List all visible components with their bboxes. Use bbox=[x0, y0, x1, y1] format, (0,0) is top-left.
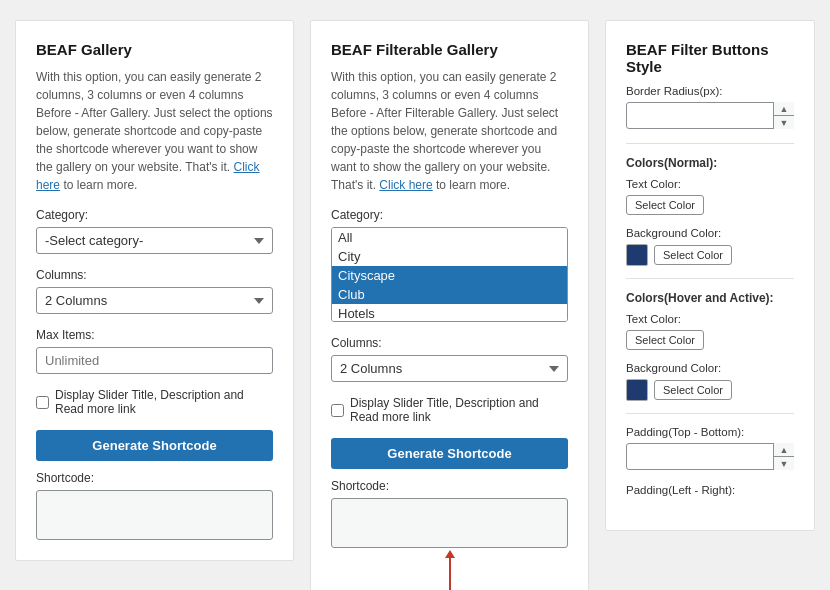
panel1-checkbox-row: Display Slider Title, Description and Re… bbox=[36, 388, 273, 416]
panel3-hover-bg-color-label: Background Color: bbox=[626, 362, 794, 374]
panel3-hover-text-color-row: Select Color bbox=[626, 330, 794, 350]
divider2 bbox=[626, 278, 794, 279]
panel3-hover-text-color-group: Text Color: Select Color bbox=[626, 313, 794, 350]
pro-feature-annotation bbox=[331, 548, 568, 590]
panel3-colors-hover-title: Colors(Hover and Active): bbox=[626, 291, 794, 305]
panel1-checkbox-label: Display Slider Title, Description and Re… bbox=[55, 388, 273, 416]
panel3-text-color-row: Select Color bbox=[626, 195, 794, 215]
panel1-shortcode-label: Shortcode: bbox=[36, 471, 273, 485]
panel1-maxitems-group: Max Items: bbox=[36, 328, 273, 374]
panel1-category-label: Category: bbox=[36, 208, 273, 222]
panel1-generate-btn[interactable]: Generate Shortcode bbox=[36, 430, 273, 461]
panel1-maxitems-input[interactable] bbox=[36, 347, 273, 374]
panel1-display-checkbox[interactable] bbox=[36, 396, 49, 409]
panel1-columns-label: Columns: bbox=[36, 268, 273, 282]
panel3-text-color-group: Text Color: Select Color bbox=[626, 178, 794, 215]
panel3-hover-text-color-label: Text Color: bbox=[626, 313, 794, 325]
panel3-hover-bg-color-group: Background Color: Select Color bbox=[626, 362, 794, 401]
pro-feature-arrow-svg bbox=[350, 548, 550, 590]
panel3-padding-tb-group: Padding(Top - Bottom): ▲ ▼ bbox=[626, 426, 794, 470]
panel3-padding-tb-spin-up[interactable]: ▲ bbox=[774, 443, 794, 457]
panel3-padding-tb-label: Padding(Top - Bottom): bbox=[626, 426, 794, 438]
panel3-border-radius-input[interactable] bbox=[626, 102, 794, 129]
panel3-hover-bg-color-row: Select Color bbox=[626, 379, 794, 401]
panel2-category-listbox[interactable]: All City Cityscape Club Hotels bbox=[331, 227, 568, 322]
beaf-filterable-panel: BEAF Filterable Gallery With this option… bbox=[310, 20, 589, 590]
panel1-columns-group: Columns: 2 Columns 3 Columns 4 Columns bbox=[36, 268, 273, 314]
beaf-gallery-panel: BEAF Gallery With this option, you can e… bbox=[15, 20, 294, 561]
panel3-padding-tb-spin-down[interactable]: ▼ bbox=[774, 457, 794, 470]
panel2-generate-btn[interactable]: Generate Shortcode bbox=[331, 438, 568, 469]
panel2-checkbox-label: Display Slider Title, Description and Re… bbox=[350, 396, 568, 424]
main-container: BEAF Gallery With this option, you can e… bbox=[15, 20, 815, 590]
panel3-padding-lr-group: Padding(Left - Right): bbox=[626, 484, 794, 496]
divider3 bbox=[626, 413, 794, 414]
panel1-category-select[interactable]: -Select category- bbox=[36, 227, 273, 254]
panel3-bg-color-row: Select Color bbox=[626, 244, 794, 266]
panel3-text-color-label: Text Color: bbox=[626, 178, 794, 190]
panel3-border-radius-label: Border Radius(px): bbox=[626, 85, 794, 97]
panel3-padding-tb-spin: ▲ ▼ bbox=[773, 443, 794, 470]
panel3-spin-buttons: ▲ ▼ bbox=[773, 102, 794, 129]
panel3-hover-text-color-btn[interactable]: Select Color bbox=[626, 330, 704, 350]
panel3-text-color-btn[interactable]: Select Color bbox=[626, 195, 704, 215]
panel2-columns-select[interactable]: 2 Columns 3 Columns 4 Columns bbox=[331, 355, 568, 382]
panel2-shortcode-label: Shortcode: bbox=[331, 479, 568, 493]
svg-marker-1 bbox=[445, 550, 455, 558]
panel3-colors-normal-title: Colors(Normal): bbox=[626, 156, 794, 170]
panel2-shortcode-box bbox=[331, 498, 568, 548]
panel3-padding-tb-wrap: ▲ ▼ bbox=[626, 443, 794, 470]
panel3-bg-color-btn[interactable]: Select Color bbox=[654, 245, 732, 265]
divider1 bbox=[626, 143, 794, 144]
list-item[interactable]: All bbox=[332, 228, 567, 247]
panel1-columns-select[interactable]: 2 Columns 3 Columns 4 Columns bbox=[36, 287, 273, 314]
panel3-bg-color-swatch bbox=[626, 244, 648, 266]
panel2-checkbox-row: Display Slider Title, Description and Re… bbox=[331, 396, 568, 424]
panel3-hover-bg-color-btn[interactable]: Select Color bbox=[654, 380, 732, 400]
panel3-spin-down[interactable]: ▼ bbox=[774, 116, 794, 129]
panel2-description: With this option, you can easily generat… bbox=[331, 68, 568, 194]
panel3-border-radius-group: Border Radius(px): ▲ ▼ bbox=[626, 85, 794, 129]
panel2-display-checkbox[interactable] bbox=[331, 404, 344, 417]
panel1-shortcode-box bbox=[36, 490, 273, 540]
filter-buttons-style-panel: BEAF Filter Buttons Style Border Radius(… bbox=[605, 20, 815, 531]
panel1-maxitems-label: Max Items: bbox=[36, 328, 273, 342]
panel1-description: With this option, you can easily generat… bbox=[36, 68, 273, 194]
panel3-bg-color-label: Background Color: bbox=[626, 227, 794, 239]
panel3-border-radius-wrap: ▲ ▼ bbox=[626, 102, 794, 129]
panel3-padding-tb-input[interactable] bbox=[626, 443, 794, 470]
panel2-title: BEAF Filterable Gallery bbox=[331, 41, 568, 58]
panel2-columns-group: Columns: 2 Columns 3 Columns 4 Columns bbox=[331, 336, 568, 382]
list-item-cityscape[interactable]: Cityscape bbox=[332, 266, 567, 285]
list-item[interactable]: City bbox=[332, 247, 567, 266]
panel3-title: BEAF Filter Buttons Style bbox=[626, 41, 794, 75]
panel3-padding-lr-label: Padding(Left - Right): bbox=[626, 484, 794, 496]
panel2-category-label: Category: bbox=[331, 208, 568, 222]
list-item-club[interactable]: Club bbox=[332, 285, 567, 304]
panel3-bg-color-group: Background Color: Select Color bbox=[626, 227, 794, 266]
panel3-spin-up[interactable]: ▲ bbox=[774, 102, 794, 116]
panel2-learn-more-link[interactable]: Click here bbox=[379, 178, 432, 192]
list-item[interactable]: Hotels bbox=[332, 304, 567, 322]
panel1-title: BEAF Gallery bbox=[36, 41, 273, 58]
panel1-category-group: Category: -Select category- bbox=[36, 208, 273, 254]
panel2-columns-label: Columns: bbox=[331, 336, 568, 350]
panel3-hover-bg-color-swatch bbox=[626, 379, 648, 401]
panel2-category-group: Category: All City Cityscape Club Hotels bbox=[331, 208, 568, 322]
